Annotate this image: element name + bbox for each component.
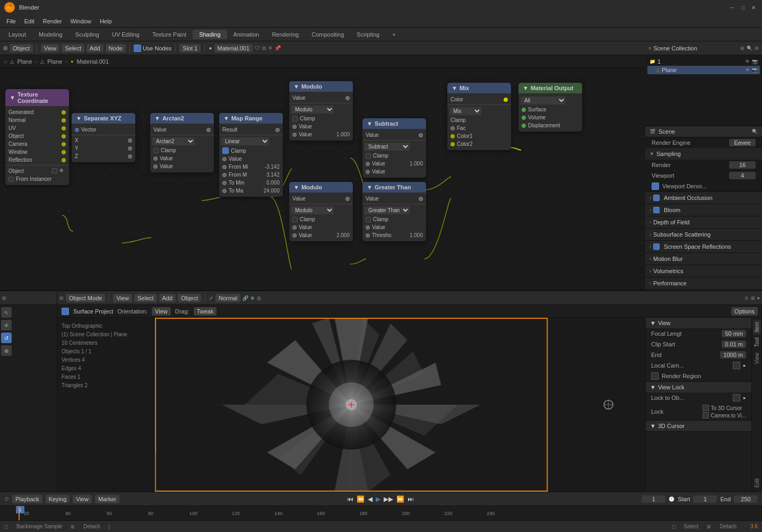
node-modulo-2[interactable]: ▼ Modulo Value Modulo Clamp Value	[289, 182, 353, 241]
arctan2-select[interactable]: Arctan2	[152, 137, 195, 145]
socket-displacement[interactable]	[522, 124, 526, 128]
tree-item-plane[interactable]: △ Plane 👁 📷	[647, 66, 760, 74]
socket-y[interactable]	[128, 146, 132, 151]
close-button[interactable]: ✕	[749, 3, 758, 12]
socket-z[interactable]	[128, 154, 132, 159]
socket-vector-in[interactable]	[75, 128, 79, 132]
socket-gt-val[interactable]	[366, 225, 370, 230]
modulo2-type[interactable]: Modulo	[291, 206, 334, 214]
socket-result[interactable]	[275, 128, 280, 132]
node-material-output[interactable]: ▼ Material Output All Surface Volume Dis…	[518, 83, 582, 132]
use-nodes-checkbox[interactable]	[134, 45, 141, 52]
tool-cursor[interactable]: ↖	[1, 307, 12, 318]
matout-target[interactable]: All	[521, 97, 566, 104]
socket-mod1-out[interactable]	[345, 96, 350, 100]
header-5[interactable]: › Motion Blur	[645, 253, 762, 265]
object-mode-btn[interactable]: Object Mode	[66, 294, 105, 302]
maximize-button[interactable]: □	[739, 3, 747, 12]
socket-mod1-val2[interactable]	[292, 133, 297, 137]
node-greater-than[interactable]: ▼ Greater Than Value Greater Than Clamp	[362, 182, 426, 241]
next-frame-btn[interactable]: ▶▶	[384, 495, 393, 503]
clip-start-value[interactable]: 0.01 m	[722, 341, 746, 348]
next-keyframe-btn[interactable]: ⏩	[396, 495, 404, 503]
from-instancer-checkbox[interactable]	[8, 177, 14, 182]
node-subtract[interactable]: ▼ Subtract Value Subtract Clamp Va	[362, 118, 426, 178]
add-menu[interactable]: Add	[86, 44, 103, 53]
prev-keyframe-btn[interactable]: ⏪	[357, 495, 365, 503]
camera-to-vi-check[interactable]	[703, 412, 709, 418]
tab-add[interactable]: +	[386, 30, 402, 39]
plane-vis-icon[interactable]: 👁	[745, 67, 750, 73]
search-props-icon[interactable]: 🔍	[752, 129, 758, 134]
subtract-type[interactable]: Subtract	[365, 143, 410, 151]
menu-edit[interactable]: Edit	[20, 17, 39, 25]
socket-val2[interactable]	[153, 164, 158, 169]
socket-sub-out[interactable]	[419, 133, 423, 137]
outliner-settings[interactable]: ⚙	[755, 46, 759, 51]
socket-gt-thresh[interactable]	[366, 233, 370, 238]
add-btn[interactable]: Add	[159, 294, 176, 302]
mode-dropdown[interactable]: Object	[10, 44, 33, 53]
socket-x[interactable]	[128, 138, 132, 143]
header-6[interactable]: › Volumetrics	[645, 265, 762, 277]
mod1-clamp[interactable]	[292, 116, 298, 121]
header-3[interactable]: › Subsurface Scattering	[645, 229, 762, 240]
socket-generated[interactable]	[62, 110, 66, 115]
view-menu[interactable]: View	[41, 44, 60, 53]
socket-sub-val2[interactable]	[366, 170, 370, 174]
tab-edit[interactable]: Edit	[753, 476, 761, 490]
socket-mod2-out[interactable]	[345, 197, 350, 201]
render-visibility-icon[interactable]: 📷	[752, 59, 758, 64]
vp-overlay-icon[interactable]: ⊞	[751, 295, 755, 301]
node-arctan2[interactable]: ▼ Arctan2 Value Arctan2 Clamp Valu	[150, 113, 214, 172]
header-7[interactable]: › Performance	[645, 277, 762, 289]
play-btn[interactable]: ▶	[376, 495, 380, 503]
local-cam-picker[interactable]	[733, 362, 740, 369]
socket-mod1-val[interactable]	[292, 125, 297, 129]
node-modulo-1[interactable]: ▼ Modulo Value Modulo Clamp Value	[289, 81, 353, 141]
tab-compositing[interactable]: Compositing	[305, 30, 350, 39]
socket-window[interactable]	[62, 150, 66, 154]
viewport-value[interactable]: 4	[729, 172, 756, 179]
check-1[interactable]	[653, 207, 660, 213]
node-texture-coordinate[interactable]: ▼ Texture Coordinate Generated Normal UV…	[5, 89, 69, 185]
lock-obj-arrow[interactable]: ▸	[743, 395, 746, 400]
tab-tool[interactable]: Tool	[753, 335, 761, 349]
mod2-clamp[interactable]	[292, 217, 298, 222]
plane-render-icon[interactable]: 📷	[752, 67, 758, 73]
x-icon[interactable]: ✕	[268, 45, 272, 51]
select-btn[interactable]: Select	[134, 294, 157, 302]
tool-rotate[interactable]: ↺	[1, 333, 12, 343]
arctan2-clamp[interactable]	[153, 148, 159, 153]
material-dropdown[interactable]: Material.001	[214, 44, 253, 53]
socket-normal[interactable]	[62, 118, 66, 123]
clip-end-value[interactable]: 1000 m	[720, 351, 746, 359]
node-separate-xyz[interactable]: ▼ Separate XYZ Vector X Y Z	[72, 113, 135, 162]
render-region-check[interactable]	[651, 372, 659, 380]
breadcrumb-plane2[interactable]: Plane	[47, 58, 62, 65]
tab-shading[interactable]: Shading	[193, 30, 227, 39]
socket-volume[interactable]	[522, 116, 526, 120]
viewport-tool-icon[interactable]: ⊞	[2, 295, 6, 301]
tab-modeling[interactable]: Modeling	[32, 30, 69, 39]
tab-rendering[interactable]: Rendering	[265, 30, 305, 39]
tree-item-collection[interactable]: 📁 1 👁 📷	[647, 57, 760, 66]
node-map-range[interactable]: ▼ Map Range Result Linear Clamp Va	[219, 113, 283, 197]
socket-uv[interactable]	[62, 126, 66, 130]
orientation-value[interactable]: View	[152, 307, 171, 316]
socket-from-max[interactable]	[222, 173, 227, 177]
tool-move[interactable]: ✛	[1, 320, 12, 330]
header-0[interactable]: › Ambient Occlusion	[645, 192, 762, 204]
socket-mr-val[interactable]	[222, 157, 227, 161]
maprange-clamp-check[interactable]	[222, 147, 229, 154]
node-menu[interactable]: Node	[106, 44, 126, 53]
surface-project-check[interactable]	[62, 308, 69, 315]
socket-object[interactable]	[62, 134, 66, 138]
options-btn[interactable]: Options	[731, 307, 758, 316]
outliner-search-icon[interactable]: 🔍	[747, 46, 752, 51]
start-frame-field[interactable]: 1	[693, 495, 717, 503]
menu-render[interactable]: Render	[39, 17, 66, 25]
normal-btn[interactable]: Normal	[215, 294, 240, 302]
socket-mix-fac[interactable]	[451, 126, 455, 130]
socket-to-min[interactable]	[222, 181, 227, 185]
